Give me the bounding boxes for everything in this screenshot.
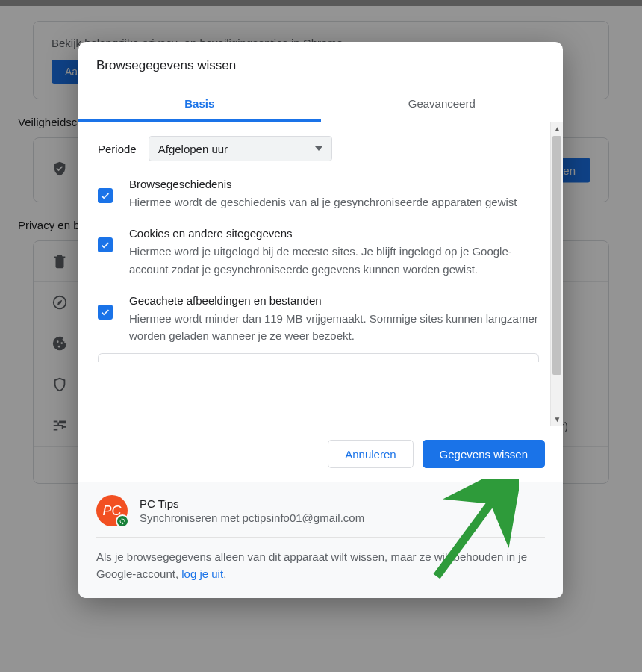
account-panel: PC PC Tips Synchroniseren met pctipsinfo…	[78, 482, 563, 598]
scroll-up-arrow-icon[interactable]: ▲	[551, 122, 563, 135]
clear-browsing-data-dialog: Browsegegevens wissen Basis Geavanceerd …	[78, 42, 563, 598]
account-note: Als je browsegegevens alleen van dit app…	[96, 538, 545, 583]
option-title: Cookies en andere sitegegevens	[129, 227, 543, 240]
account-name: PC Tips	[140, 497, 364, 510]
option-title: Gecachete afbeeldingen en bestanden	[129, 294, 543, 307]
avatar: PC	[96, 495, 128, 526]
account-note-post: .	[223, 567, 226, 580]
option-title: Browsegeschiedenis	[129, 178, 543, 190]
sync-badge-icon	[116, 514, 129, 528]
dialog-title: Browsegegevens wissen	[78, 42, 563, 87]
checkbox-cookies[interactable]	[98, 237, 113, 252]
checkmark-icon	[100, 240, 110, 250]
tab-advanced[interactable]: Geavanceerd	[321, 87, 564, 122]
option-cached[interactable]: Gecachete afbeeldingen en bestanden Hier…	[98, 294, 543, 345]
sign-out-link[interactable]: log je uit	[181, 567, 223, 580]
option-desc: Hiermee wordt de geschiedenis van al je …	[129, 193, 543, 211]
dialog-footer: Annuleren Gegevens wissen	[78, 426, 563, 482]
account-note-pre: Als je browsegegevens alleen van dit app…	[96, 550, 527, 580]
period-label: Periode	[98, 143, 137, 155]
period-select-value: Afgelopen uur	[158, 143, 228, 155]
checkmark-icon	[100, 190, 110, 201]
dialog-tabs: Basis Geavanceerd	[78, 87, 563, 122]
checkbox-cached[interactable]	[98, 305, 113, 320]
dialog-scroll-area: Periode Afgelopen uur Browsegeschiedenis…	[78, 122, 563, 426]
account-sync-line: Synchroniseren met pctipsinfo01@gmail.co…	[140, 511, 364, 524]
option-cookies[interactable]: Cookies en andere sitegegevens Hiermee w…	[98, 227, 543, 278]
tab-basic[interactable]: Basis	[78, 87, 321, 122]
scroll-down-arrow-icon[interactable]: ▼	[551, 413, 563, 426]
clear-data-button[interactable]: Gegevens wissen	[423, 440, 545, 468]
scrollbar-thumb[interactable]	[552, 136, 561, 375]
option-desc: Hiermee word je uitgelogd bij de meeste …	[129, 243, 543, 278]
chevron-down-icon	[315, 146, 322, 151]
checkbox-browsing-history[interactable]	[98, 188, 113, 203]
checkmark-icon	[100, 307, 110, 317]
period-select[interactable]: Afgelopen uur	[149, 136, 332, 161]
partial-hidden-element	[98, 353, 539, 362]
option-desc: Hiermee wordt minder dan 119 MB vrijgema…	[129, 310, 543, 345]
option-browsing-history[interactable]: Browsegeschiedenis Hiermee wordt de gesc…	[98, 178, 543, 211]
vertical-scrollbar[interactable]: ▲ ▼	[550, 122, 563, 426]
cancel-button[interactable]: Annuleren	[328, 440, 413, 468]
